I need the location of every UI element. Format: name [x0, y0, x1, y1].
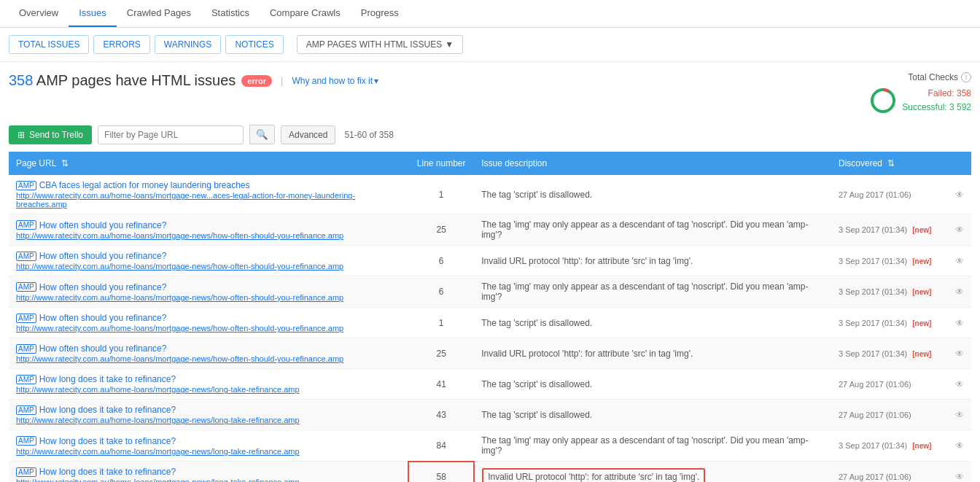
- page-url-link[interactable]: http://www.ratecity.com.au/home-loans/mo…: [16, 324, 401, 333]
- hide-icon[interactable]: 👁: [955, 349, 964, 359]
- discovered-cell: 3 Sep 2017 (01:34) [new]: [831, 246, 948, 276]
- discovered-cell: 3 Sep 2017 (01:34) [new]: [831, 276, 948, 308]
- table-row: AMP CBA faces legal action for money lau…: [9, 175, 971, 214]
- page-url-link[interactable]: http://www.ratecity.com.au/home-loans/mo…: [16, 293, 401, 302]
- notices-button[interactable]: NOTICES: [225, 35, 283, 54]
- pagination-info: 51-60 of 358: [344, 130, 393, 140]
- hide-icon[interactable]: 👁: [955, 410, 964, 420]
- row-actions-cell: 👁: [948, 462, 971, 482]
- page-title-link[interactable]: AMP How often should you refinance?: [16, 313, 401, 323]
- page-title-link[interactable]: AMP CBA faces legal action for money lau…: [16, 180, 401, 190]
- new-badge: [new]: [912, 288, 931, 296]
- page-title-link[interactable]: AMP How long does it take to refinance?: [16, 374, 401, 384]
- line-number-cell: 41: [408, 369, 474, 400]
- page-url-cell: AMP How often should you refinance? http…: [9, 276, 408, 308]
- page-url-link[interactable]: http://www.ratecity.com.au/home-loans/mo…: [16, 191, 401, 209]
- chevron-down-icon: ▼: [445, 39, 454, 50]
- line-number-cell: 84: [408, 430, 474, 462]
- row-actions-cell: 👁: [948, 214, 971, 246]
- hide-icon[interactable]: 👁: [955, 379, 964, 389]
- table-row: AMP How long does it take to refinance? …: [9, 400, 971, 430]
- row-actions-cell: 👁: [948, 246, 971, 276]
- issue-desc-cell: Invalid URL protocol 'http': for attribu…: [474, 338, 831, 369]
- page-title-link[interactable]: AMP How often should you refinance?: [16, 220, 401, 230]
- row-actions-cell: 👁: [948, 175, 971, 214]
- hide-icon[interactable]: 👁: [955, 190, 964, 200]
- info-icon[interactable]: i: [961, 72, 971, 82]
- failed-value: 358: [957, 88, 971, 98]
- nav-item-statistics[interactable]: Statistics: [201, 0, 260, 27]
- success-label: Successful:: [902, 102, 946, 112]
- send-trello-button[interactable]: ⊞ Send to Trello: [9, 125, 92, 144]
- page-url-link[interactable]: http://www.ratecity.com.au/home-loans/mo…: [16, 416, 401, 424]
- total-checks-panel: Total Checks i Failed: 358 Successful: 3…: [855, 72, 971, 114]
- issue-type-dropdown[interactable]: AMP PAGES WITH HTML ISSUES ▼: [297, 35, 463, 54]
- discovered-cell: 3 Sep 2017 (01:34) [new]: [831, 214, 948, 246]
- new-badge: [new]: [912, 319, 931, 327]
- row-actions-cell: 👁: [948, 308, 971, 338]
- svg-point-0: [872, 90, 894, 112]
- page-url-link[interactable]: http://www.ratecity.com.au/home-loans/mo…: [16, 262, 401, 271]
- page-url-link[interactable]: http://www.ratecity.com.au/home-loans/mo…: [16, 354, 401, 363]
- page-url-link[interactable]: http://www.ratecity.com.au/home-loans/mo…: [16, 478, 400, 482]
- issue-desc-cell: The tag 'script' is disallowed.: [474, 175, 831, 214]
- total-issues-button[interactable]: TOTAL ISSUES: [9, 35, 89, 54]
- hide-icon[interactable]: 👁: [955, 318, 964, 328]
- row-actions-cell: 👁: [948, 276, 971, 308]
- nav-item-overview[interactable]: Overview: [9, 0, 69, 27]
- new-badge: [new]: [912, 226, 931, 234]
- discovered-cell: 27 Aug 2017 (01:06): [831, 400, 948, 430]
- line-number-cell: 6: [408, 246, 474, 276]
- issue-desc-cell: Invalid URL protocol 'http': for attribu…: [474, 246, 831, 276]
- page-title-link[interactable]: AMP How long does it take to refinance?: [16, 436, 401, 446]
- col-header-discovered[interactable]: Discovered ⇅: [831, 152, 948, 175]
- page-title-link[interactable]: AMP How long does it take to refinance?: [16, 405, 401, 415]
- issue-desc-cell: The tag 'script' is disallowed.: [474, 369, 831, 400]
- row-actions-cell: 👁: [948, 430, 971, 462]
- line-number-cell: 25: [408, 214, 474, 246]
- donut-chart: [870, 88, 896, 114]
- warnings-button[interactable]: WARNINGS: [155, 35, 222, 54]
- page-title-link[interactable]: AMP How long does it take to refinance?: [16, 467, 400, 477]
- page-title-link[interactable]: AMP How often should you refinance?: [16, 251, 401, 261]
- line-number-cell: 43: [408, 400, 474, 430]
- hide-icon[interactable]: 👁: [955, 440, 964, 451]
- page-url-link[interactable]: http://www.ratecity.com.au/home-loans/mo…: [16, 231, 401, 240]
- main-header: 358 AMP pages have HTML issues error | W…: [0, 62, 980, 120]
- page-url-cell: AMP How long does it take to refinance? …: [9, 430, 408, 462]
- advanced-button[interactable]: Advanced: [281, 125, 335, 144]
- amp-icon: AMP: [16, 405, 36, 415]
- url-filter-input[interactable]: [98, 125, 244, 144]
- col-header-page-url[interactable]: Page URL ⇅: [9, 152, 408, 175]
- why-fix-link[interactable]: Why and how to fix it ▾: [292, 76, 378, 86]
- hide-icon[interactable]: 👁: [955, 225, 964, 235]
- errors-button[interactable]: ERRORS: [93, 35, 149, 54]
- hide-icon[interactable]: 👁: [955, 472, 964, 482]
- page-title-link[interactable]: AMP How often should you refinance?: [16, 343, 401, 354]
- amp-icon: AMP: [16, 375, 36, 384]
- issue-desc-cell: Invalid URL protocol 'http': for attribu…: [474, 462, 831, 482]
- search-button[interactable]: 🔍: [249, 125, 275, 144]
- hide-icon[interactable]: 👁: [955, 287, 964, 297]
- nav-item-issues[interactable]: Issues: [69, 0, 117, 27]
- row-actions-cell: 👁: [948, 369, 971, 400]
- table-row: AMP How often should you refinance? http…: [9, 246, 971, 276]
- nav-item-crawled-pages[interactable]: Crawled Pages: [117, 0, 201, 27]
- amp-icon: AMP: [16, 282, 36, 292]
- page-url-cell: AMP How long does it take to refinance? …: [9, 462, 408, 482]
- discovered-cell: 3 Sep 2017 (01:34) [new]: [831, 338, 948, 369]
- row-actions-cell: 👁: [948, 400, 971, 430]
- page-title-link[interactable]: AMP How often should you refinance?: [16, 282, 401, 292]
- trello-icon: ⊞: [18, 130, 25, 140]
- page-url-link[interactable]: http://www.ratecity.com.au/home-loans/mo…: [16, 385, 401, 394]
- nav-item-compare-crawls[interactable]: Compare Crawls: [260, 0, 351, 27]
- nav-item-progress[interactable]: Progress: [351, 0, 409, 27]
- discovered-cell: 27 Aug 2017 (01:06): [831, 462, 948, 482]
- amp-icon: AMP: [16, 467, 36, 477]
- issues-table: Page URL ⇅ Line number Issue description…: [9, 152, 971, 482]
- search-icon: 🔍: [256, 129, 268, 140]
- page-url-link[interactable]: http://www.ratecity.com.au/home-loans/mo…: [16, 447, 401, 456]
- table-row: AMP How often should you refinance? http…: [9, 308, 971, 338]
- amp-icon: AMP: [16, 220, 36, 230]
- hide-icon[interactable]: 👁: [955, 256, 964, 266]
